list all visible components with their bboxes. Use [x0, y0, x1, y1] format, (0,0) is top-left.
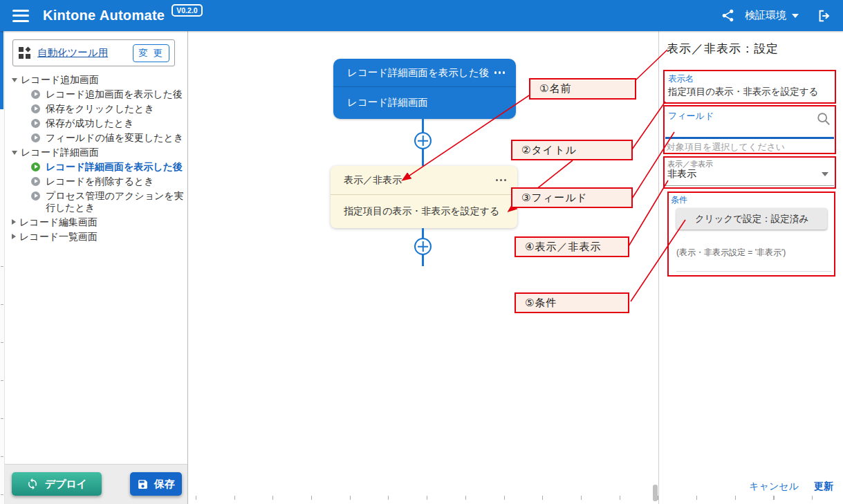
search-icon[interactable] [816, 111, 831, 129]
tree-event-item[interactable]: フィールドの値を変更したとき [8, 132, 185, 144]
annotation-label: ②タイトル [521, 144, 577, 157]
more-menu-icon[interactable] [494, 71, 506, 74]
dropdown-underline [665, 185, 834, 186]
field-search-input[interactable] [667, 122, 805, 137]
tree-item-label: レコード詳細画面を表示した後 [46, 161, 183, 173]
tree-event-item[interactable]: レコード詳細画面を表示した後 [8, 161, 185, 173]
tree-item-label: レコードを削除するとき [46, 176, 154, 187]
left-scroll-thumb[interactable] [0, 31, 3, 109]
tree-event-item[interactable]: 保存が成功したとき [8, 118, 185, 129]
tree-event-item[interactable]: レコードを削除するとき [8, 176, 185, 187]
tree-group-item[interactable]: レコード詳細画面 [8, 147, 185, 158]
sidebar-footer: デプロイ 保存 [5, 464, 187, 504]
flow-canvas: レコード詳細画面を表示した後 レコード詳細画面 表示／非表示 指定項目の表示・非… [188, 31, 658, 504]
update-link[interactable]: 更新 [814, 480, 833, 493]
dropdown-caret-icon[interactable] [822, 172, 828, 176]
field-selector-placeholder: 対象項目を選択してください [667, 141, 785, 153]
visibility-value: 非表示 [667, 168, 696, 180]
input-focus-underline [665, 137, 834, 139]
change-app-button[interactable]: 変 更 [133, 44, 169, 62]
save-button[interactable]: 保存 [130, 472, 182, 496]
condition-set-button[interactable]: クリックで設定：設定済み [676, 208, 827, 230]
tree-item-label: フィールドの値を変更したとき [46, 132, 183, 144]
annotation-label: ⑤条件 [525, 297, 557, 310]
action-node-title: 表示／非表示 [344, 174, 402, 187]
condition-section: 条件 クリックで設定：設定済み (表示・非表示設定 = '非表示') [667, 192, 835, 277]
play-icon [31, 104, 40, 113]
tree-group-item[interactable]: レコード追加画面 [8, 74, 185, 86]
tree-item-label: レコード追加画面 [21, 74, 99, 86]
save-icon [137, 478, 149, 490]
condition-summary: (表示・非表示設定 = '非表示') [676, 247, 786, 259]
save-button-label: 保存 [154, 478, 175, 491]
annotation-box-field: ③フィールド [511, 187, 633, 208]
app-selector-box: 自動化ツール用 変 更 [12, 39, 175, 66]
tree-event-item[interactable]: レコード追加画面を表示した後 [8, 88, 185, 100]
more-menu-icon[interactable] [496, 179, 507, 182]
annotation-box-name: ①名前 [529, 78, 636, 100]
hamburger-menu-icon[interactable] [12, 10, 29, 22]
sidebar: 自動化ツール用 変 更 レコード追加画面レコード追加画面を表示した後保存をクリッ… [5, 31, 188, 504]
tree-event-item[interactable]: プロセス管理のアクションを実行したとき [8, 190, 185, 214]
tree-item-label: レコード編集画面 [19, 216, 98, 228]
triangle-down-icon [12, 78, 17, 82]
annotation-box-visibility: ④表示／非表示 [515, 236, 629, 257]
app-icon [18, 46, 32, 60]
header-right-group: 検証環境 [721, 8, 832, 24]
tree-event-item[interactable]: 保存をクリックしたとき [8, 103, 185, 115]
panel-footer-links: キャンセル 更新 [749, 480, 833, 493]
logout-icon[interactable] [817, 8, 832, 24]
condition-divider [676, 271, 831, 272]
condition-label: 条件 [671, 194, 687, 206]
display-name-field: 表示名 指定項目の表示・非表示を設定する [663, 70, 836, 104]
trigger-node-subtitle: レコード詳細画面 [347, 96, 428, 109]
play-icon [31, 192, 40, 200]
action-node[interactable]: 表示／非表示 指定項目の表示・非表示を設定する [331, 166, 517, 228]
tree-group-item[interactable]: レコード編集画面 [8, 216, 185, 228]
share-icon[interactable] [721, 8, 735, 23]
tree-item-label: レコード詳細画面 [21, 147, 99, 158]
chevron-down-icon[interactable] [792, 14, 799, 18]
trigger-node-title: レコード詳細画面を表示した後 [347, 66, 489, 80]
annotation-label: ①名前 [539, 82, 571, 95]
play-icon [31, 90, 40, 99]
trigger-node[interactable]: レコード詳細画面を表示した後 レコード詳細画面 [333, 59, 516, 119]
deploy-button[interactable]: デプロイ [12, 472, 102, 496]
tree-item-label: レコード追加画面を表示した後 [46, 88, 183, 100]
panel-title: 表示／非表示：設定 [667, 41, 779, 57]
environment-selector[interactable]: 検証環境 [745, 9, 786, 22]
action-node-subtitle: 指定項目の表示・非表示を設定する [344, 205, 499, 218]
tree-item-label: レコード一覧画面 [19, 231, 98, 243]
canvas-scrollbar-thumb[interactable] [653, 485, 658, 501]
play-icon [31, 119, 40, 128]
triangle-down-icon [12, 151, 17, 155]
triangle-right-icon [12, 219, 16, 225]
bottom-ruler-ticks [196, 496, 839, 500]
annotation-box-condition: ⑤条件 [515, 292, 629, 313]
add-step-button[interactable] [414, 132, 432, 149]
play-icon [31, 162, 40, 171]
annotation-box-title: ②タイトル [511, 140, 633, 160]
visibility-dropdown[interactable]: 表示／非表示 非表示 [663, 156, 836, 189]
app-header: Kintone Automate V0.2.0 検証環境 [0, 0, 843, 31]
sidebar-tree: レコード追加画面レコード追加画面を表示した後保存をクリックしたとき保存が成功した… [8, 74, 185, 245]
sync-icon [26, 478, 39, 490]
tree-item-label: 保存が成功したとき [46, 118, 134, 129]
add-step-button[interactable] [414, 238, 432, 255]
app-name-link[interactable]: 自動化ツール用 [37, 46, 108, 59]
settings-panel: 表示／非表示：設定 表示名 指定項目の表示・非表示を設定する フィールド 対象項… [658, 31, 843, 504]
display-name-label: 表示名 [668, 73, 694, 85]
display-name-value[interactable]: 指定項目の表示・非表示を設定する [668, 86, 818, 98]
annotation-label: ③フィールド [521, 192, 588, 205]
cancel-link[interactable]: キャンセル [749, 480, 799, 493]
app-title: Kintone Automate [43, 8, 165, 24]
version-badge: V0.2.0 [172, 4, 202, 17]
tree-item-label: 保存をクリックしたとき [46, 103, 154, 115]
play-icon [31, 177, 40, 186]
left-ruler-strip [0, 31, 5, 504]
play-icon [31, 133, 40, 142]
field-selector-label: フィールド [668, 110, 714, 122]
triangle-right-icon [12, 234, 16, 239]
tree-item-label: プロセス管理のアクションを実行したとき [46, 190, 185, 214]
tree-group-item[interactable]: レコード一覧画面 [8, 231, 185, 243]
